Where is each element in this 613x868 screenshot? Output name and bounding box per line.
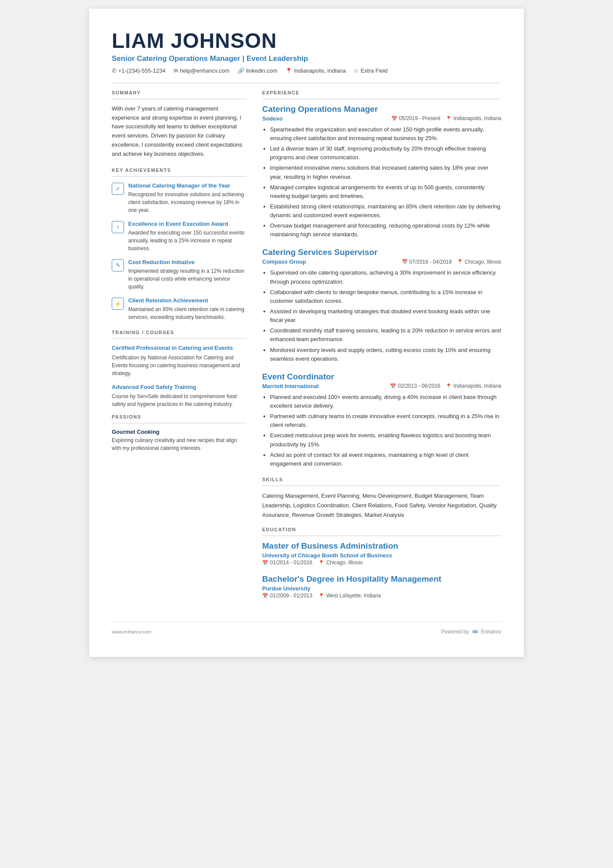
- footer-url: www.enhancv.com: [112, 629, 151, 634]
- job-dates-loc-1: 07/2016 - 04/2019 Chicago, Illinois: [402, 259, 501, 265]
- achievements-label: KEY ACHIEVEMENTS: [112, 168, 247, 173]
- linkedin-contact: 🔗 linkedin.com: [237, 67, 277, 74]
- resume-page: LIAM JOHNSON Senior Catering Operations …: [89, 9, 524, 657]
- powered-by-text: Powered by: [441, 629, 469, 635]
- job-title-0: Catering Operations Manager: [262, 104, 501, 114]
- job-company-2: Marriott International: [262, 383, 319, 389]
- edu-cal-icon-1: [262, 593, 268, 599]
- training-desc-1: Course by ServSafe dedicated to comprehe…: [112, 392, 247, 408]
- bullet-1-4: Monitored inventory levels and supply or…: [270, 346, 501, 363]
- achievement-icon-3: ⚡: [112, 298, 124, 310]
- contact-row: ✆ +1-(234)-555-1234 ✉ help@enhancv.com 🔗…: [112, 67, 501, 74]
- edu-pin-icon-0: [318, 560, 324, 566]
- experience-divider: [262, 99, 501, 99]
- achievement-title-1: Excellence in Event Execution Award: [128, 220, 247, 228]
- achievements-list: ✓ National Catering Manager of the Year …: [112, 182, 247, 322]
- training-title-0: Certified Professional in Catering and E…: [112, 344, 247, 352]
- phone-contact: ✆ +1-(234)-555-1234: [112, 67, 166, 74]
- phone-icon: ✆: [112, 67, 117, 74]
- achievement-title-0: National Catering Manager of the Year: [128, 182, 247, 190]
- edu-degree-0: Master of Business Administration: [262, 541, 501, 551]
- summary-divider: [112, 99, 247, 99]
- job-meta-0: Sodexo 05/2019 - Present Indianapolis, I…: [262, 115, 501, 122]
- location-contact: 📍 Indianapolis, Indiana: [285, 67, 346, 74]
- passions-label: PASSIONS: [112, 414, 247, 419]
- summary-section: SUMMARY With over 7 years of catering ma…: [112, 90, 247, 159]
- education-divider: [262, 536, 501, 536]
- bullet-0-3: Managed complex logistical arrangements …: [270, 183, 501, 201]
- main-content: SUMMARY With over 7 years of catering ma…: [112, 90, 501, 608]
- edu-school-0: University of Chicago Booth School of Bu…: [262, 552, 501, 559]
- bullet-0-0: Spearheaded the organization and executi…: [270, 125, 501, 143]
- summary-label: SUMMARY: [112, 90, 247, 95]
- footer-brand: Powered by ∞ Enhancv: [441, 627, 501, 636]
- extra-contact: ☆ Extra Field: [353, 67, 387, 74]
- training-label: TRAINING / COURSES: [112, 330, 247, 335]
- pin-icon-2: [446, 383, 452, 389]
- job-title-2: Event Coordinator: [262, 372, 501, 382]
- header: LIAM JOHNSON Senior Catering Operations …: [112, 30, 501, 74]
- passion-title-0: Gourmet Cooking: [112, 429, 247, 435]
- bullet-1-0: Supervised on-site catering operations, …: [270, 268, 501, 286]
- achievement-item-0: ✓ National Catering Manager of the Year …: [112, 182, 247, 214]
- education-label: EDUCATION: [262, 527, 501, 532]
- pin-icon-0: [446, 116, 452, 121]
- edu-degree-1: Bachelor's Degree in Hospitality Managem…: [262, 574, 501, 584]
- bullet-0-1: Led a diverse team of 30 staff, improvin…: [270, 144, 501, 162]
- linkedin-icon: 🔗: [237, 67, 244, 74]
- cal-icon-0: [391, 116, 397, 121]
- achievement-icon-1: ♀: [112, 221, 124, 233]
- bullet-1-2: Assisted in developing marketing strateg…: [270, 307, 501, 325]
- skills-divider: [262, 486, 501, 486]
- location-icon: 📍: [285, 67, 292, 74]
- training-section: TRAINING / COURSES Certified Professiona…: [112, 330, 247, 408]
- bullet-2-1: Partnered with culinary teams to create …: [270, 412, 501, 429]
- brand-name: Enhancv: [481, 629, 501, 635]
- star-icon: ☆: [353, 67, 359, 74]
- bullet-1-1: Collaborated with clients to design besp…: [270, 288, 501, 305]
- achievements-section: KEY ACHIEVEMENTS ✓ National Catering Man…: [112, 168, 247, 322]
- edu-pin-icon-1: [318, 593, 324, 599]
- job-company-0: Sodexo: [262, 115, 283, 122]
- training-title-1: Advanced Food Safety Training: [112, 383, 247, 391]
- pin-icon-1: [457, 259, 463, 265]
- achievement-item-1: ♀ Excellence in Event Execution Award Aw…: [112, 220, 247, 252]
- experience-label: EXPERIENCE: [262, 90, 501, 95]
- job-dates-loc-0: 05/2019 - Present Indianapolis, Indiana: [391, 115, 502, 121]
- training-desc-0: Certification by National Association fo…: [112, 354, 247, 377]
- training-item-1: Advanced Food Safety Training Course by …: [112, 383, 247, 408]
- footer: www.enhancv.com Powered by ∞ Enhancv: [112, 621, 501, 636]
- achievement-title-3: Client Retention Achievement: [128, 297, 247, 305]
- passions-section: PASSIONS Gourmet Cooking Exploring culin…: [112, 414, 247, 452]
- edu-item-0: Master of Business Administration Univer…: [262, 541, 501, 566]
- achievement-desc-0: Recognized for innovative solutions and …: [128, 191, 247, 214]
- bullet-0-4: Established strong client relationships,…: [270, 202, 501, 220]
- job-1: Catering Services Supervisor Compass Gro…: [262, 248, 501, 363]
- left-column: SUMMARY With over 7 years of catering ma…: [112, 90, 247, 608]
- bullet-1-3: Coordinated monthly staff training sessi…: [270, 326, 501, 344]
- email-icon: ✉: [173, 67, 178, 74]
- passion-item-0: Gourmet Cooking Exploring culinary creat…: [112, 429, 247, 452]
- email-contact: ✉ help@enhancv.com: [173, 67, 230, 74]
- skills-label: SKILLS: [262, 477, 501, 482]
- achievement-desc-1: Awarded for executing over 150 successfu…: [128, 229, 247, 252]
- training-divider: [112, 338, 247, 339]
- job-2: Event Coordinator Marriott International…: [262, 372, 501, 468]
- education-section: EDUCATION Master of Business Administrat…: [262, 527, 501, 599]
- bullet-2-0: Planned and executed 100+ events annuall…: [270, 393, 501, 410]
- edu-meta-1: 01/2009 - 01/2013 West Lafayette, Indian…: [262, 593, 501, 599]
- bullet-2-3: Acted as point of contact for all event …: [270, 451, 501, 468]
- cal-icon-2: [390, 383, 396, 389]
- right-column: EXPERIENCE Catering Operations Manager S…: [262, 90, 501, 608]
- job-title-1: Catering Services Supervisor: [262, 248, 501, 257]
- job-meta-1: Compass Group 07/2016 - 04/2019 Chicago,…: [262, 258, 501, 265]
- experience-section: EXPERIENCE Catering Operations Manager S…: [262, 90, 501, 468]
- achievement-desc-3: Maintained an 85% client retention rate …: [128, 305, 247, 321]
- job-meta-2: Marriott International 02/2013 - 06/2016…: [262, 383, 501, 389]
- job-bullets-2: Planned and executed 100+ events annuall…: [262, 393, 501, 468]
- bullet-0-2: Implemented innovative menu solutions th…: [270, 164, 501, 181]
- achievements-divider: [112, 176, 247, 177]
- achievement-icon-2: ✎: [112, 259, 124, 271]
- candidate-title: Senior Catering Operations Manager | Eve…: [112, 54, 501, 63]
- cal-icon-1: [402, 259, 408, 265]
